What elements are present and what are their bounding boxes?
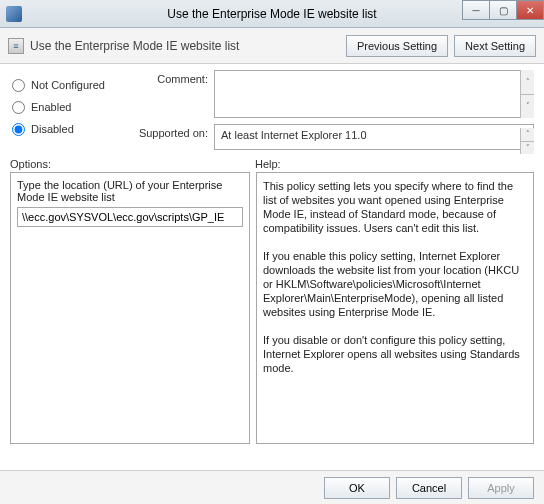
radio-disabled-input[interactable] (12, 123, 25, 136)
radio-enabled-label: Enabled (31, 101, 71, 113)
location-input[interactable] (17, 207, 243, 227)
previous-setting-button[interactable]: Previous Setting (346, 35, 448, 57)
section-labels: Options: Help: (0, 152, 544, 172)
footer: OK Cancel Apply (0, 470, 544, 504)
help-panel: This policy setting lets you specify whe… (256, 172, 534, 444)
titlebar: Use the Enterprise Mode IE website list … (0, 0, 544, 28)
help-paragraph: If you enable this policy setting, Inter… (263, 249, 527, 319)
supported-on-label: Supported on: (122, 120, 208, 146)
header: ≡ Use the Enterprise Mode IE website lis… (0, 28, 544, 64)
help-paragraph: This policy setting lets you specify whe… (263, 179, 527, 235)
header-title: Use the Enterprise Mode IE website list (30, 39, 340, 53)
next-setting-button[interactable]: Next Setting (454, 35, 536, 57)
radio-disabled-label: Disabled (31, 123, 74, 135)
help-heading: Help: (255, 158, 534, 170)
radio-enabled[interactable]: Enabled (10, 96, 122, 118)
supported-scroll[interactable]: ˄ ˅ (520, 128, 534, 154)
supported-on-value: At least Internet Explorer 11.0 (214, 124, 534, 150)
help-paragraph: If you disable or don't configure this p… (263, 333, 527, 375)
comment-textarea[interactable] (214, 70, 534, 118)
radio-not-configured[interactable]: Not Configured (10, 74, 122, 96)
radio-enabled-input[interactable] (12, 101, 25, 114)
window-controls: ─ ▢ ✕ (463, 0, 544, 20)
radio-not-configured-input[interactable] (12, 79, 25, 92)
chevron-down-icon[interactable]: ˅ (520, 95, 534, 119)
maximize-button[interactable]: ▢ (489, 0, 517, 20)
field-labels: Comment: Supported on: (122, 70, 214, 150)
chevron-down-icon[interactable]: ˅ (520, 142, 534, 155)
ok-button[interactable]: OK (324, 477, 390, 499)
panels: Type the location (URL) of your Enterpri… (0, 172, 544, 444)
minimize-button[interactable]: ─ (462, 0, 490, 20)
chevron-up-icon[interactable]: ˄ (520, 70, 534, 95)
state-radios: Not Configured Enabled Disabled (10, 70, 122, 150)
options-heading: Options: (10, 158, 255, 170)
policy-icon: ≡ (8, 38, 24, 54)
cancel-button[interactable]: Cancel (396, 477, 462, 499)
chevron-up-icon[interactable]: ˄ (520, 128, 534, 142)
config-area: Not Configured Enabled Disabled Comment:… (0, 64, 544, 152)
options-panel: Type the location (URL) of your Enterpri… (10, 172, 250, 444)
field-inputs: ˄ ˅ At least Internet Explorer 11.0 ˄ ˅ (214, 70, 534, 150)
radio-not-configured-label: Not Configured (31, 79, 105, 91)
location-label: Type the location (URL) of your Enterpri… (17, 179, 243, 203)
comment-scroll[interactable]: ˄ ˅ (520, 70, 534, 118)
radio-disabled[interactable]: Disabled (10, 118, 122, 140)
comment-label: Comment: (122, 70, 208, 120)
close-button[interactable]: ✕ (516, 0, 544, 20)
apply-button[interactable]: Apply (468, 477, 534, 499)
